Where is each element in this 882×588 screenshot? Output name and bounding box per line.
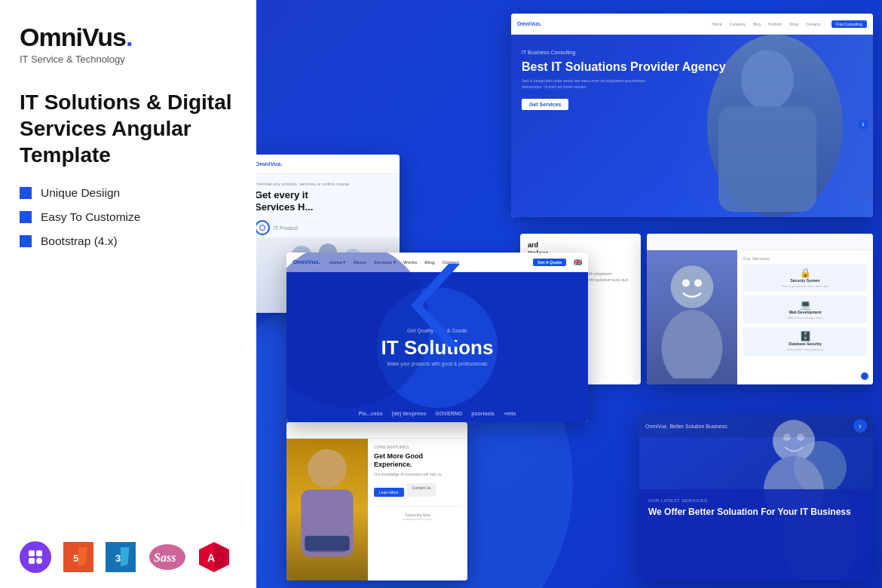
left-panel: OmniVus. IT Service & Technology IT Solu… <box>0 0 256 588</box>
logo-dot: . <box>126 23 132 51</box>
feature-item-2: Easy To Customize <box>20 210 237 224</box>
logo-4: psoriasis <box>471 411 495 416</box>
svg-point-23 <box>671 265 714 308</box>
svg-rect-2 <box>29 558 35 564</box>
ss-bottom-left-content: CORE FEATURES Get More Good Experience. … <box>368 439 467 580</box>
service-card-1: 🔒 Security System Sed ut perspiciatis un… <box>743 264 867 292</box>
feature-label-2: Easy To Customize <box>41 210 140 224</box>
logo-2: (de) tlexpreso <box>392 411 427 416</box>
ss-bottom-left-image <box>286 439 368 580</box>
svg-point-27 <box>308 449 346 488</box>
svg-text:3: 3 <box>115 553 121 564</box>
ss-bl-btn1[interactable]: Learn More <box>374 488 404 497</box>
chevron-decoration <box>407 256 467 354</box>
ss-br-service-label: OUR LATEST SERVICES <box>648 498 864 503</box>
svg-point-15 <box>741 50 794 110</box>
ss-bottom-right-body: OmniVus. Better Solution Business › OUR … <box>639 415 873 580</box>
ss-center-logos: Pix...cess (de) tlexpreso GOVERNO psoria… <box>286 411 588 416</box>
svg-rect-1 <box>36 550 42 556</box>
database-icon: 🗄️ <box>747 331 863 341</box>
svg-rect-0 <box>29 550 35 556</box>
ss-right-mid-header <box>647 234 873 250</box>
tech-icons-row: 5 3 Sass A <box>20 526 237 573</box>
ss-hero-heading: Best IT Soluations Provider Agency <box>522 60 726 74</box>
screenshot-bottom-left: CORE FEATURES Get More Good Experience. … <box>286 422 467 580</box>
ss-main-text: IT Business Consulting Best IT Soluation… <box>522 50 726 110</box>
svg-point-3 <box>36 558 42 564</box>
nav-arrow-right[interactable]: › <box>853 419 867 433</box>
svg-point-26 <box>694 279 702 286</box>
bullet-1 <box>20 187 32 199</box>
features-list: Unique Desiign Easy To Customize Bootstr… <box>20 186 237 259</box>
ss-bl-heading: Get More Good Experience. <box>374 452 461 469</box>
feature-item-3: Bootstrap (4.x) <box>20 234 237 248</box>
screenshot-main-hero: OmniVus. Home Company Blog Portfolio Sho… <box>511 14 873 217</box>
screenshot-right-mid: Our Services 🔒 Security System Sed ut pe… <box>647 234 873 384</box>
feature-label-1: Unique Desiign <box>41 186 120 200</box>
svg-text:5: 5 <box>73 553 78 564</box>
ss-bottom-left-body: CORE FEATURES Get More Good Experience. … <box>286 439 467 580</box>
feature-label-3: Bootstrap (4.x) <box>41 234 118 248</box>
screenshot-bottom-right: OmniVus. Better Solution Business › OUR … <box>639 415 873 580</box>
ss-left-header: OmniVus. <box>256 155 400 174</box>
ss-bl-text: Our knowledge of computers will help us <box>374 472 461 477</box>
logo-5: »mtx <box>504 411 516 416</box>
tagline: IT Service & Technology <box>20 54 237 65</box>
svg-point-25 <box>682 279 690 286</box>
ss-bottom-left-header <box>286 422 467 439</box>
ss-br-heading: We Offer Better Soluation For Your IT Bu… <box>648 507 864 517</box>
logo-3: GOVERNO <box>435 411 462 416</box>
css3-icon: 3 <box>106 542 136 572</box>
svg-rect-16 <box>718 106 816 212</box>
ss-services-heading: Our Services <box>743 256 867 261</box>
right-panel: OmniVus. Home Company Blog Portfolio Sho… <box>256 0 882 588</box>
ss-left-heading: Get every itServices H... <box>256 189 394 213</box>
svg-text:Sass: Sass <box>154 551 176 564</box>
bullet-3 <box>20 235 32 247</box>
sass-icon: Sass <box>148 543 187 571</box>
ss-right-mid-image <box>647 250 737 384</box>
svg-rect-30 <box>305 536 349 551</box>
svg-marker-13 <box>214 544 228 571</box>
boxicons-icon <box>20 541 51 573</box>
logo-area: OmniVus. IT Service & Technology <box>20 23 237 65</box>
main-container: OmniVus. IT Service & Technology IT Solu… <box>0 0 882 588</box>
logo-text: OmniVus <box>20 23 126 51</box>
svg-text:A: A <box>207 552 215 564</box>
service-label-1: Security System <box>747 278 863 283</box>
ss-main-body: IT Business Consulting Best IT Soluation… <box>511 35 873 217</box>
feature-item-1: Unique Desiign <box>20 186 237 200</box>
main-title: IT Solutions & Digital Services Angular … <box>20 89 237 168</box>
html5-icon: 5 <box>63 542 93 572</box>
ss-hero-button[interactable]: Get Services <box>522 99 568 110</box>
svg-point-24 <box>662 310 723 378</box>
ss-right-mid-body: Our Services 🔒 Security System Sed ut pe… <box>647 250 873 384</box>
ss-bl-btn2[interactable]: Contact Us <box>407 483 436 497</box>
ss-center-sub: Make your products with good & professio… <box>381 361 494 366</box>
security-icon: 🔒 <box>747 268 863 278</box>
service-label-3: Database Security <box>747 341 863 346</box>
logo-1: Pix...cess <box>359 411 383 416</box>
service-card-2: 💻 Web Development Add a nice message her… <box>743 296 867 323</box>
bullet-2 <box>20 211 32 223</box>
ss-br-overlay: OUR LATEST SERVICES We Offer Better Solu… <box>639 489 873 580</box>
angular-icon: A <box>199 542 229 572</box>
ss-hero-tagline: IT Business Consulting <box>522 50 726 55</box>
ss-main-header: OmniVus. Home Company Blog Portfolio Sho… <box>511 14 873 35</box>
ss-right-mid-services: Our Services 🔒 Security System Sed ut pe… <box>737 250 873 384</box>
service-card-3: 🗄️ Database Security Add another message… <box>743 327 867 355</box>
webdev-icon: 💻 <box>747 299 863 310</box>
service-label-2: Web Development <box>747 310 863 314</box>
logo: OmniVus. <box>20 23 237 52</box>
